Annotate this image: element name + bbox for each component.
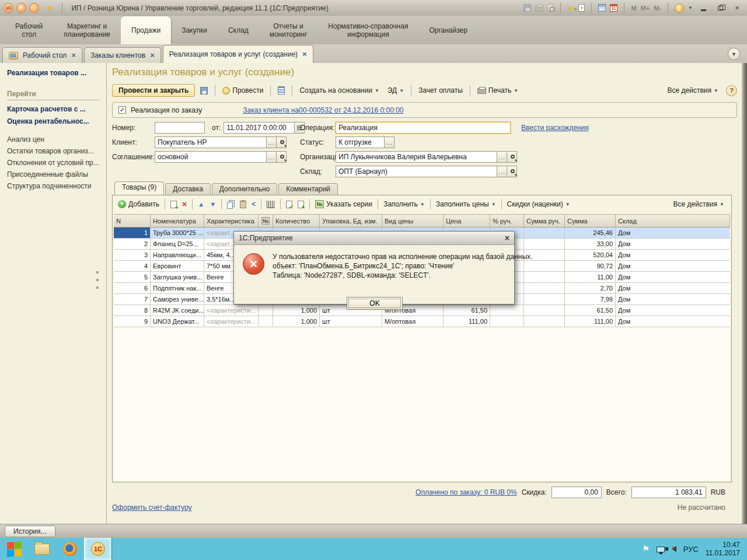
warehouse-field[interactable]: ОПТ (Барнаул) (336, 166, 497, 177)
menu-section-5[interactable]: Склад (218, 16, 259, 44)
total-field[interactable]: 1 083,41 (631, 487, 706, 498)
sidebar-bold-link-1[interactable]: Карточка расчетов с ... (7, 105, 103, 113)
start-button[interactable] (0, 538, 28, 560)
sidebar-link-4[interactable]: Присоединенные файлы (7, 170, 103, 178)
history-button[interactable]: История... (5, 526, 55, 537)
operation-field[interactable]: Реализация (336, 122, 511, 134)
dialog-close-button[interactable]: × (505, 233, 509, 243)
explorer-task-button[interactable] (28, 538, 56, 560)
dialog-ok-button[interactable]: OK (347, 297, 403, 310)
invoice-link[interactable]: Оформить счет-фактуру (112, 503, 191, 512)
tab-close-icon[interactable]: × (302, 51, 307, 58)
table-row[interactable]: 9UNO3 Держат...<характеристи...1,000штМ/… (114, 316, 730, 327)
restore-button[interactable] (714, 3, 727, 13)
paid-by-order-link[interactable]: Оплачено по заказу: 0 RUB 0% (416, 488, 517, 496)
order-checkbox[interactable] (118, 106, 126, 114)
detail-tab-1[interactable]: Товары (9) (114, 181, 164, 195)
specify-series-button[interactable]: №Указать серии (313, 199, 374, 209)
volume-muted-icon[interactable] (672, 546, 676, 552)
client-search-button[interactable] (277, 136, 287, 148)
barcode-button[interactable] (265, 200, 277, 209)
sidebar-link-5[interactable]: Структура подчиненности (7, 182, 103, 190)
onec-task-button[interactable]: 1С (84, 538, 112, 560)
app-round-button[interactable] (29, 3, 39, 13)
check-list-button[interactable] (284, 200, 294, 209)
detail-tab-4[interactable]: Комментарий (278, 183, 338, 195)
copy-row-button[interactable] (169, 200, 179, 209)
ed-button[interactable]: ЭД▼ (385, 85, 407, 96)
number-field[interactable] (155, 122, 205, 134)
sidebar-link-1[interactable]: Анализ цен (7, 135, 103, 144)
sidebar-current-link[interactable]: Реализация товаров ... (7, 69, 103, 77)
detail-tab-2[interactable]: Доставка (165, 183, 211, 195)
print-button[interactable]: Печать▼ (474, 85, 521, 96)
dropdown-menu-button[interactable]: ▼ (16, 3, 26, 13)
agreement-field[interactable]: основной (155, 151, 267, 163)
delete-row-button[interactable]: × (180, 199, 189, 209)
sidebar-link-3[interactable]: Отклонения от условий пр... (7, 159, 103, 167)
discrepancy-link[interactable]: Ввести расхождения (521, 124, 589, 132)
agreement-select-button[interactable]: ... (267, 151, 277, 163)
organization-field[interactable]: ИП Лукьянчикова Валерия Валерьевна (336, 151, 497, 163)
clock[interactable]: 10:47 11.01.2017 (706, 541, 740, 557)
info-icon[interactable]: i (675, 4, 684, 13)
paste-button[interactable] (238, 200, 248, 209)
move-down-button[interactable]: ▼ (208, 200, 218, 209)
menu-section-7[interactable]: Нормативно-справочная информация (317, 16, 418, 44)
organization-select-button[interactable]: ... (497, 151, 507, 163)
status-select-button[interactable]: ... (385, 136, 395, 148)
calculator-icon[interactable] (598, 4, 606, 12)
window-tab-2[interactable]: Заказы клиентов× (84, 47, 161, 63)
create-based-on-button[interactable]: Создать на основании▼ (296, 85, 382, 96)
menu-section-8[interactable]: Органайзер (418, 16, 478, 44)
date-field[interactable]: 11.01.2017 0:00:00 (224, 122, 295, 134)
table-all-actions-button[interactable]: Все действия▼ (672, 199, 728, 209)
status-field[interactable]: К отгрузке (336, 136, 385, 148)
calendar-icon[interactable] (610, 4, 617, 12)
tab-list-button[interactable]: ▼ (728, 48, 740, 60)
tab-close-icon[interactable]: × (150, 52, 155, 59)
fill-prices-button[interactable]: Заполнить цены▼ (434, 199, 498, 209)
discounts-button[interactable]: Скидки (наценки)▼ (505, 199, 572, 209)
splitter-handle[interactable] (96, 271, 99, 289)
minimize-button[interactable] (697, 3, 710, 13)
client-select-button[interactable]: ... (267, 136, 277, 148)
help-button[interactable]: ? (726, 85, 737, 96)
app-menu-button[interactable]: 1С (4, 3, 13, 13)
warehouse-select-button[interactable]: ... (497, 166, 507, 177)
organization-search-button[interactable] (507, 151, 517, 163)
chevron-down-icon[interactable]: ▼ (688, 5, 693, 10)
window-tab-1[interactable]: Рабочий стол× (2, 47, 82, 63)
post-and-close-button[interactable]: Провести и закрыть (112, 84, 195, 97)
close-button[interactable]: × (731, 3, 743, 13)
menu-section-1[interactable]: Рабочий стол (5, 16, 53, 44)
firefox-task-button[interactable] (56, 538, 84, 560)
menu-section-4[interactable]: Закупки (171, 16, 218, 44)
all-actions-button[interactable]: Все действия▼ (665, 85, 721, 96)
favorites-star-icon[interactable]: ★ (46, 3, 53, 13)
discount-field[interactable]: 0,00 (551, 487, 602, 498)
menu-section-6[interactable]: Отчеты и мониторинг (259, 16, 318, 44)
favorites-go-icon[interactable]: ★ (567, 4, 575, 12)
network-icon[interactable] (657, 547, 665, 552)
order-link[interactable]: Заказ клиента на00-000532 от 24.12.2016 … (243, 106, 403, 114)
add-row-button[interactable]: +Добавить (116, 199, 161, 209)
window-tab-3[interactable]: Реализация товаров и услуг (создание)× (163, 45, 313, 63)
table-row[interactable]: 8R42M JK соеди...<характеристи...1,000шт… (114, 305, 730, 316)
sidebar-link-2[interactable]: Остатки товаров организ... (7, 147, 103, 155)
save-button[interactable] (197, 86, 211, 96)
sort-button[interactable]: < (250, 199, 257, 209)
agreement-search-button[interactable] (277, 151, 287, 163)
tab-close-icon[interactable]: × (71, 52, 76, 59)
menu-section-2[interactable]: Маркетинг и планирование (53, 16, 121, 44)
movements-button[interactable] (275, 85, 288, 96)
copy-button[interactable] (225, 199, 236, 210)
detail-tab-3[interactable]: Дополнительно (212, 183, 277, 195)
move-up-button[interactable]: ▲ (196, 200, 206, 209)
load-button[interactable] (296, 200, 306, 209)
post-button[interactable]: Провести (219, 85, 266, 96)
payment-offset-button[interactable]: Зачет оплаты (416, 85, 466, 96)
fill-button[interactable]: Заполнить▼ (382, 199, 427, 209)
add-favorite-icon[interactable] (578, 4, 585, 12)
language-indicator[interactable]: РУС (683, 545, 699, 554)
